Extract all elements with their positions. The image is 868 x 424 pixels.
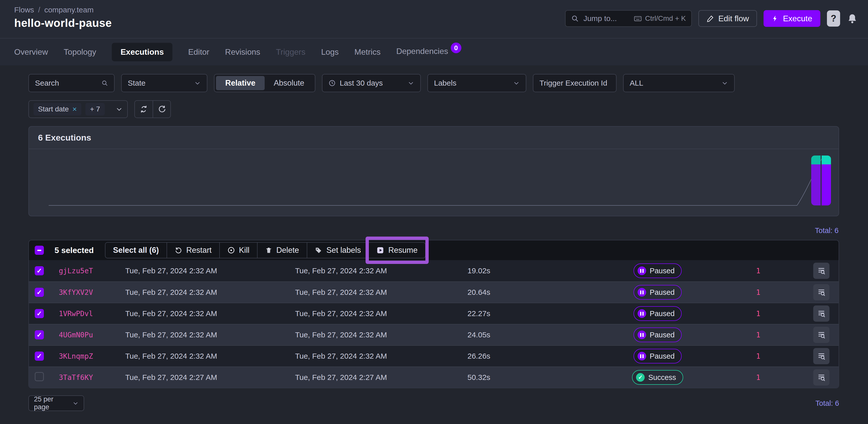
- search-input[interactable]: Search: [28, 74, 115, 92]
- execution-id-link[interactable]: 4UGmN0Pu: [59, 331, 93, 339]
- table-body: gjLzu5eT Tue, Feb 27, 2024 2:32 AM Tue, …: [29, 260, 839, 388]
- status-state-icon: [638, 330, 646, 339]
- row-checkbox[interactable]: [35, 372, 44, 381]
- end-date-cell: Tue, Feb 27, 2024 2:32 AM: [295, 330, 467, 339]
- execution-id-link[interactable]: 3TaTf6KY: [59, 373, 93, 382]
- row-overview-button[interactable]: [813, 327, 830, 343]
- filter-bar-secondary: Start date × + 7: [28, 100, 839, 118]
- resume-button[interactable]: Resume: [369, 243, 425, 258]
- duration-cell: 24.05s: [467, 330, 601, 339]
- delete-button[interactable]: Delete: [257, 243, 307, 258]
- chevron-down-icon: [116, 106, 123, 113]
- per-page-select[interactable]: 25 per page: [28, 395, 84, 411]
- scope-select[interactable]: ALL: [623, 74, 735, 92]
- close-icon[interactable]: ×: [72, 105, 77, 113]
- help-button[interactable]: ?: [827, 10, 840, 27]
- filter-bar: Search State Relative Absolute Last 30 d…: [28, 74, 839, 92]
- row-checkbox[interactable]: [35, 309, 44, 318]
- start-date-cell: Tue, Feb 27, 2024 2:32 AM: [125, 309, 295, 318]
- chevron-down-icon: [721, 80, 728, 86]
- table-row: 3KfYXV2V Tue, Feb 27, 2024 2:32 AM Tue, …: [29, 282, 839, 303]
- table-row: gjLzu5eT Tue, Feb 27, 2024 2:32 AM Tue, …: [29, 260, 839, 282]
- relative-mode-button[interactable]: Relative: [216, 76, 265, 90]
- app-header: Flows / company.team hello-world-pause J…: [0, 0, 868, 38]
- select-all-checkbox[interactable]: [35, 246, 44, 255]
- keyboard-icon: [634, 14, 642, 23]
- chevron-down-icon: [72, 400, 79, 406]
- set-labels-button[interactable]: Set labels: [307, 243, 369, 258]
- revision-count[interactable]: 1: [714, 373, 803, 382]
- table-row: 3KLnqmpZ Tue, Feb 27, 2024 2:32 AM Tue, …: [29, 345, 839, 366]
- lightning-icon: [772, 14, 779, 23]
- start-date-cell: Tue, Feb 27, 2024 2:32 AM: [125, 352, 295, 360]
- sync-icon: [140, 105, 148, 113]
- search-icon: [101, 80, 108, 86]
- labels-select[interactable]: Labels: [427, 74, 526, 92]
- more-filters-chip[interactable]: + 7: [86, 103, 105, 116]
- refresh-button[interactable]: [153, 101, 170, 118]
- execute-button[interactable]: Execute: [764, 10, 820, 27]
- duration-cell: 19.02s: [467, 266, 601, 275]
- jump-to-shortcut: Ctrl/Cmd + K: [645, 14, 686, 23]
- chevron-down-icon: [408, 80, 414, 86]
- restart-button[interactable]: Restart: [166, 243, 219, 258]
- tab-item[interactable]: Triggers: [276, 43, 305, 61]
- absolute-mode-button[interactable]: Absolute: [265, 76, 313, 90]
- row-overview-button[interactable]: [813, 284, 830, 300]
- refresh-icon: [157, 105, 166, 113]
- log-search-icon: [817, 330, 826, 339]
- status-state-icon: [638, 309, 646, 318]
- edit-flow-button[interactable]: Edit flow: [699, 10, 757, 27]
- auto-refresh-button[interactable]: [135, 101, 153, 118]
- row-overview-button[interactable]: [813, 305, 830, 322]
- revision-count[interactable]: 1: [714, 331, 803, 339]
- status-badge: Paused: [633, 263, 682, 278]
- status-badge: Paused: [633, 327, 682, 342]
- revision-count[interactable]: 1: [714, 352, 803, 360]
- execution-id-link[interactable]: gjLzu5eT: [59, 267, 93, 275]
- tab-item[interactable]: Revisions: [225, 43, 260, 61]
- breadcrumb-namespace[interactable]: company.team: [44, 6, 94, 14]
- date-filter-select[interactable]: Start date × + 7: [28, 100, 128, 118]
- row-checkbox[interactable]: [35, 352, 44, 361]
- select-all-button[interactable]: Select all (6): [105, 243, 166, 258]
- log-search-icon: [817, 373, 826, 382]
- start-date-cell: Tue, Feb 27, 2024 2:32 AM: [125, 288, 295, 297]
- tab-item[interactable]: Editor: [188, 43, 209, 61]
- row-checkbox[interactable]: [35, 288, 44, 297]
- kill-button[interactable]: Kill: [219, 243, 257, 258]
- tab-badge: 0: [451, 42, 461, 53]
- execution-id-link[interactable]: 3KfYXV2V: [59, 288, 93, 297]
- restart-icon: [175, 247, 182, 254]
- execution-id-link[interactable]: 1VRwPDvl: [59, 309, 93, 318]
- revision-count[interactable]: 1: [714, 309, 803, 318]
- tab-item[interactable]: Logs: [321, 43, 339, 61]
- row-overview-button[interactable]: [813, 348, 830, 364]
- table-row: 1VRwPDvl Tue, Feb 27, 2024 2:32 AM Tue, …: [29, 303, 839, 324]
- tab-item[interactable]: Dependencies 0: [396, 42, 461, 62]
- row-checkbox[interactable]: [35, 266, 44, 275]
- row-overview-button[interactable]: [813, 369, 830, 386]
- duration-cell: 20.64s: [467, 288, 601, 297]
- execution-id-link[interactable]: 3KLnqmpZ: [59, 352, 93, 360]
- trigger-execution-id-input[interactable]: Trigger Execution Id: [533, 74, 617, 92]
- tab-item[interactable]: Overview: [14, 43, 48, 61]
- breadcrumb-flows[interactable]: Flows: [14, 6, 34, 14]
- start-date-chip[interactable]: Start date ×: [33, 103, 82, 116]
- state-select[interactable]: State: [121, 74, 207, 92]
- notifications-bell-icon[interactable]: [847, 12, 858, 25]
- time-range-select[interactable]: Last 30 days: [322, 74, 421, 92]
- revision-count[interactable]: 1: [714, 288, 803, 297]
- row-checkbox[interactable]: [35, 330, 44, 339]
- tab-bar: Overview Topology Executions Editor Revi…: [0, 38, 868, 65]
- executions-chart[interactable]: [29, 149, 839, 216]
- total-count-top: Total: 6: [815, 226, 839, 235]
- tab-item[interactable]: Metrics: [354, 43, 380, 61]
- table-row: 3TaTf6KY Tue, Feb 27, 2024 2:27 AM Tue, …: [29, 366, 839, 388]
- revision-count[interactable]: 1: [714, 267, 803, 275]
- row-overview-button[interactable]: [813, 263, 830, 279]
- tab-item[interactable]: Topology: [64, 43, 96, 61]
- tab-item[interactable]: Executions: [112, 43, 173, 61]
- jump-to-search[interactable]: Jump to... Ctrl/Cmd + K: [565, 10, 692, 27]
- bulk-actions-toolbar: 5 selected Select all (6) Restart Kill: [29, 240, 839, 260]
